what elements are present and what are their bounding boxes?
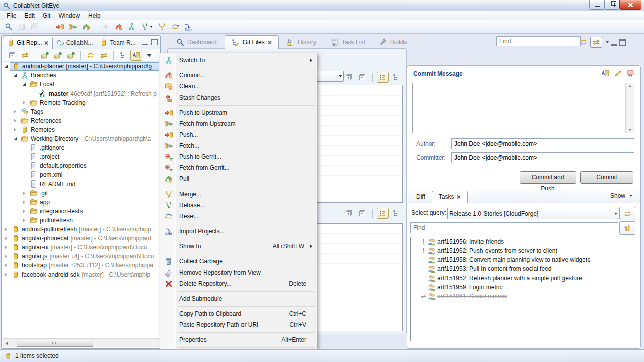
tree-item-master[interactable]: master46c9cdf [artf151952] : Refresh p — [2, 89, 160, 98]
tree-item-default-properties[interactable]: default.properties — [2, 161, 160, 170]
menu-item-show-in[interactable]: Show InAlt+Shift+W — [160, 241, 317, 252]
window-minimize-button[interactable] — [589, 0, 605, 10]
menu-item-stash-changes[interactable]: Stash Changes — [160, 92, 317, 103]
expander-icon[interactable] — [13, 119, 19, 123]
task-item-artf151958[interactable]: artf151958: Convert main planning view t… — [411, 255, 637, 264]
menu-item-rebase[interactable]: Rebase... — [160, 200, 317, 211]
tree-item-remotes[interactable]: Remotes — [2, 125, 160, 134]
synchronize-icon[interactable] — [580, 38, 588, 46]
tree-item-pulltorefresh[interactable]: pulltorefresh — [2, 216, 160, 225]
expander-icon[interactable] — [13, 110, 19, 114]
maximize-view-icon[interactable] — [151, 39, 158, 45]
tree-item-working-directory[interactable]: Working Directory- C:\Users\mphippard\gi… — [2, 134, 160, 143]
search-button[interactable] — [3, 21, 15, 32]
menu-window[interactable]: Window — [54, 12, 84, 20]
switch-repository-button[interactable] — [19, 50, 31, 61]
tree-item-project[interactable]: .project — [2, 152, 160, 161]
view-menu-button[interactable] — [143, 50, 155, 61]
commit-and-push-button[interactable]: Commit and Push — [520, 171, 576, 184]
expander-icon[interactable] — [4, 236, 10, 240]
tree-item-gitignore[interactable]: .gitignore — [2, 143, 160, 152]
task-item-artf151959[interactable]: artf151959: Login metric — [411, 283, 637, 292]
tree-item-git[interactable]: .git — [2, 189, 160, 198]
committer-field[interactable] — [451, 152, 634, 163]
commit-button[interactable] — [113, 21, 125, 32]
sort-repositories-button[interactable] — [130, 50, 142, 61]
menu-item-add-submodule[interactable]: Add Submodule — [160, 293, 317, 304]
window-close-button[interactable] — [619, 0, 641, 10]
tree-item-remote-tracking[interactable]: Remote Tracking — [2, 98, 160, 107]
tree-item-app[interactable]: app — [2, 198, 160, 207]
rebase-button[interactable] — [139, 21, 155, 32]
expander-icon[interactable] — [22, 191, 28, 195]
tab-builds[interactable]: Builds — [373, 36, 413, 49]
tree-item-references[interactable]: References — [2, 116, 160, 125]
dropdown-arrow-icon[interactable] — [150, 26, 153, 28]
import-projects-button[interactable] — [182, 21, 194, 32]
menu-file[interactable]: File — [3, 12, 20, 20]
tab-history[interactable]: History — [281, 36, 323, 49]
query-combo[interactable]: Release 1.0 Stories [CloudForge] — [447, 208, 619, 219]
tree-item-branches[interactable]: Branches — [2, 71, 160, 80]
scroll-left-icon[interactable] — [6, 342, 8, 345]
menu-item-push-to-gerrit[interactable]: Push to Gerrit... — [160, 151, 317, 162]
fetch-from-upstream-button[interactable] — [67, 21, 79, 32]
expander-icon[interactable] — [4, 227, 10, 231]
expander-icon[interactable] — [13, 137, 19, 140]
menu-item-remove-repository-from-view[interactable]: Remove Repository from View — [160, 267, 317, 278]
expander-icon[interactable] — [4, 254, 10, 258]
tab-dashboard[interactable]: Dashboard — [170, 36, 223, 49]
menu-item-collect-garbage[interactable]: Collect Garbage — [160, 256, 317, 267]
collapse-all-button[interactable] — [356, 208, 368, 219]
view-tab-git-rep[interactable]: Git Rep... — [3, 37, 53, 49]
tree-item-android-planner-master-c-users-mphippard-g[interactable]: android-planner [master] - C:\Users\mphi… — [2, 62, 160, 71]
checkout-button[interactable] — [98, 50, 110, 61]
hierarchical-layout-button[interactable] — [117, 50, 129, 61]
close-icon[interactable] — [268, 40, 272, 45]
tab-task-list[interactable]: Task List — [325, 36, 371, 49]
expander-icon[interactable] — [22, 83, 28, 86]
flat-view-button[interactable] — [377, 208, 389, 219]
expander-icon[interactable] — [22, 209, 28, 213]
menu-item-import-projects[interactable]: Import Projects... — [160, 226, 317, 237]
window-restore-button[interactable] — [604, 0, 620, 10]
tree-item-facebook-android-sdk[interactable]: facebook-android-sdk[master] - C:\Users\… — [2, 270, 160, 279]
push-to-upstream-button[interactable] — [54, 21, 66, 32]
tree-item-android-pulltorefresh[interactable]: android-pulltorefresh[master] - C:\Users… — [2, 225, 160, 234]
tree-item-angular-phonecat[interactable]: angular-phonecat[master] - C:\Users\mphi… — [2, 234, 160, 243]
commit-message-scrollbar[interactable] — [625, 83, 634, 133]
task-item-artf151962[interactable]: !artf151962: Push events from server to … — [411, 246, 637, 255]
view-menu-icon[interactable] — [606, 41, 609, 43]
commit-button[interactable]: Commit — [580, 171, 633, 184]
horizontal-scrollbar[interactable] — [3, 338, 159, 347]
tasks-sync-button[interactable] — [619, 221, 635, 235]
menu-edit[interactable]: Edit — [20, 12, 39, 20]
scroll-down-icon[interactable] — [628, 129, 631, 131]
tree-view-button[interactable] — [390, 72, 403, 83]
menu-help[interactable]: Help — [84, 12, 105, 20]
tree-item-integration-tests[interactable]: integration-tests — [2, 207, 160, 216]
menu-item-merge[interactable]: Merge... — [160, 189, 317, 200]
expander-icon[interactable] — [13, 74, 19, 77]
pull-button[interactable] — [80, 21, 92, 32]
top-find-input[interactable] — [496, 36, 581, 46]
expand-all-button[interactable] — [343, 72, 355, 83]
link-with-selection-button[interactable] — [590, 37, 602, 48]
menu-item-push[interactable]: Push... — [160, 129, 317, 140]
menu-item-paste-repository-path-or-uri[interactable]: Paste Repository Path or URICtrl+V — [160, 319, 317, 330]
tasks-find-input[interactable] — [410, 222, 618, 233]
expand-all-button[interactable] — [343, 208, 355, 219]
flat-view-button[interactable] — [377, 72, 389, 83]
author-field[interactable] — [451, 138, 634, 149]
tab-git-files[interactable]: Git Files — [225, 35, 279, 49]
menu-item-clean[interactable]: Clean... — [160, 81, 317, 92]
tree-item-pom-xml[interactable]: pom.xml — [2, 170, 160, 179]
menu-item-reset[interactable]: Reset... — [160, 211, 317, 222]
tab-tasks[interactable]: Tasks — [432, 191, 468, 203]
tree-view-button[interactable] — [390, 208, 403, 219]
tree-item-readme-md[interactable]: README.md — [2, 179, 160, 189]
tab-diff[interactable]: Diff — [410, 191, 432, 203]
menu-item-properties[interactable]: PropertiesAlt+Enter — [160, 334, 317, 345]
menu-item-pull[interactable]: Pull — [160, 173, 317, 185]
tree-item-angular-ui[interactable]: angular-ui[master] - C:\Users\mphippard\… — [2, 243, 160, 252]
